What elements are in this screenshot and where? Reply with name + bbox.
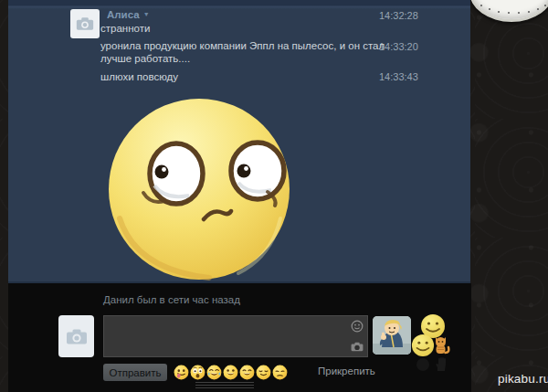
message-timestamp: 14:32:28: [379, 10, 418, 21]
send-button[interactable]: Отправить: [103, 364, 167, 381]
chevron-down-icon[interactable]: ▼: [143, 11, 150, 17]
tongue-out-face-icon[interactable]: [174, 365, 189, 380]
message-text: уронила продукцию компании Эппл на пылес…: [100, 40, 395, 65]
quick-emoji-row: [174, 365, 288, 380]
clock-tick-marks: [480, 5, 482, 6]
composer-panel: Данил был в сети час назад: [8, 283, 471, 392]
smiley-icon[interactable]: [351, 320, 364, 333]
vault-boy-avatar[interactable]: [373, 316, 411, 355]
dimmed-smiley-sticker-icon[interactable]: [416, 358, 429, 371]
dimmed-hand-sticker-icon[interactable]: [435, 356, 448, 372]
message-input[interactable]: [104, 316, 367, 356]
watermark: pikabu.ru: [498, 372, 548, 386]
worried-smiley-sticker: [101, 92, 293, 283]
camera-icon: [76, 16, 94, 31]
scared-face-icon[interactable]: [190, 365, 206, 380]
smiling-face-icon[interactable]: [223, 365, 238, 380]
author-name[interactable]: Алиса▼: [107, 9, 150, 20]
wall-clock: [469, 0, 548, 22]
relieved-face-icon[interactable]: [256, 365, 271, 380]
vault-boy-icon: [373, 316, 411, 355]
pensive-face-icon[interactable]: [272, 365, 288, 380]
message-timestamp: 14:33:43: [379, 71, 418, 82]
message-text: шлюхи повсюду: [100, 71, 178, 84]
resize-handle[interactable]: [195, 382, 254, 390]
smiley-sticker-icon[interactable]: [411, 334, 435, 357]
grinning-face-icon[interactable]: [239, 365, 255, 380]
camera-icon[interactable]: [351, 342, 364, 352]
chat-history-panel: Алиса▼ 14:32:28 14:33:20 14:33:43 странн…: [8, 0, 470, 283]
last-seen-status: Данил был в сети час назад: [103, 294, 240, 305]
author-avatar[interactable]: [70, 9, 100, 38]
my-avatar-photo-placeholder[interactable]: [58, 315, 94, 357]
chat-screenshot: pikabu.ru Алиса▼ 14:32:28 14:33:20 14:33…: [0, 0, 548, 392]
camera-icon: [66, 328, 88, 345]
orange-cat-sticker-icon[interactable]: [433, 334, 450, 355]
laughing-crying-face-icon[interactable]: [206, 365, 222, 380]
message-text: странноти: [100, 23, 150, 36]
attach-button[interactable]: Прикрепить: [318, 366, 375, 376]
message-input-wrap: [103, 315, 368, 357]
